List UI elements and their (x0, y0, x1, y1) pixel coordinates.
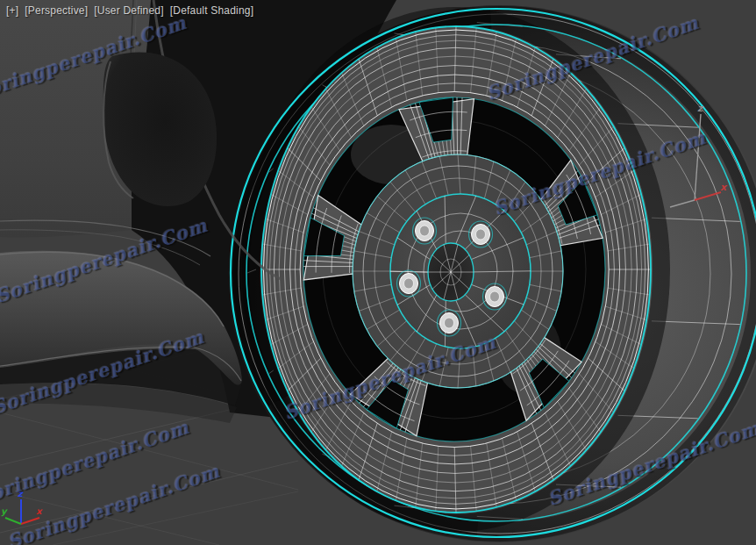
viewport-general-menu[interactable]: [+] (6, 4, 18, 17)
viewport-user-menu[interactable]: [User Defined] (94, 4, 164, 17)
hub[interactable] (353, 154, 563, 388)
scene-render[interactable]: z x z x y (0, 0, 756, 545)
viewport-pov-menu[interactable]: [Perspective] (25, 4, 88, 17)
viewport-label: [+] [Perspective] [User Defined] [Defaul… (6, 4, 253, 17)
viewport-shading-menu[interactable]: [Default Shading] (170, 4, 253, 17)
viewport-canvas[interactable]: z x z x y Soringperepair.ComSoringperepa… (0, 0, 756, 545)
